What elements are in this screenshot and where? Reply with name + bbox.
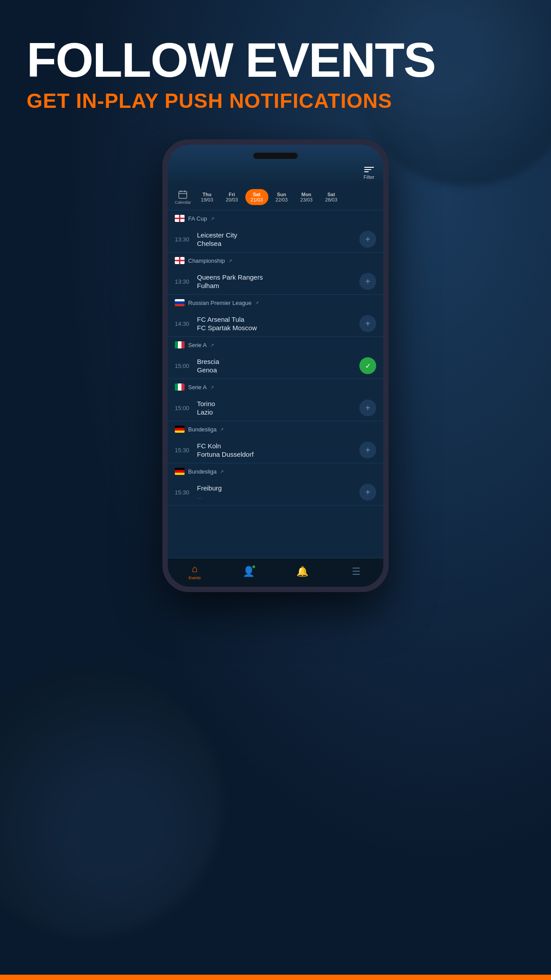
- date-tab-sat21-day: Sat: [253, 192, 260, 197]
- plus-icon-3: +: [365, 319, 370, 328]
- date-tab-thu-date: 19/03: [201, 197, 213, 202]
- follow-button-6[interactable]: +: [359, 442, 376, 458]
- date-tab-thu[interactable]: Thu 19/03: [196, 189, 219, 205]
- phone-speaker: [253, 153, 298, 159]
- follow-button-4-active[interactable]: ✓: [359, 357, 376, 374]
- date-tab-sun-date: 22/03: [276, 197, 288, 202]
- online-status-dot: [252, 565, 256, 569]
- match-row-freiburg: 15:30 Freiburg ... +: [168, 479, 383, 505]
- league-name-championship: Championship: [188, 257, 225, 264]
- match-time-2: 13:30: [175, 278, 192, 285]
- nav-item-menu[interactable]: ☰: [343, 566, 370, 577]
- match-time-3: 14:30: [175, 320, 192, 327]
- team-fc-koln: FC Koln: [197, 442, 354, 450]
- date-tab-sat21-date: 21/03: [251, 197, 263, 202]
- flag-germany-2: [175, 468, 185, 475]
- flag-italy-1: [175, 341, 185, 348]
- league-header-bundesliga-1: Bundesliga ↗: [168, 421, 383, 437]
- match-row-leicester-chelsea: 13:30 Leicester City Chelsea +: [168, 226, 383, 252]
- flag-england-1: [175, 215, 185, 222]
- follow-button-3[interactable]: +: [359, 315, 376, 332]
- team-leicester-city: Leicester City: [197, 231, 354, 239]
- team-fortuna-dusseldorf: Fortuna Dusseldorf: [197, 450, 354, 458]
- team-fc-spartak-moscow: FC Spartak Moscow: [197, 324, 354, 332]
- external-link-icon-6: ↗: [220, 427, 224, 432]
- date-tab-sat-28[interactable]: Sat 28/03: [320, 189, 343, 205]
- follow-button-7[interactable]: +: [359, 484, 376, 501]
- header-section: FOLLOW EVENTS GET IN-PLAY PUSH NOTIFICAT…: [0, 0, 551, 130]
- calendar-button[interactable]: Calendar: [172, 188, 194, 206]
- date-tab-fri-day: Fri: [229, 192, 235, 197]
- external-link-icon-1: ↗: [211, 216, 214, 221]
- league-header-fa-cup: FA Cup ↗: [168, 210, 383, 226]
- team-queens-park-rangers: Queens Park Rangers: [197, 273, 354, 281]
- flag-germany-2-gold: [175, 473, 185, 475]
- match-row-torino-lazio: 15:00 Torino Lazio +: [168, 395, 383, 421]
- app-header: Filter: [168, 145, 383, 184]
- filter-button[interactable]: Filter: [364, 167, 374, 180]
- flag-italy-2: [175, 383, 185, 391]
- match-teams-1: Leicester City Chelsea: [197, 231, 354, 247]
- match-row-arsenal-tula-spartak: 14:30 FC Arsenal Tula FC Spartak Moscow …: [168, 311, 383, 336]
- phone-mockup: Filter Calendar Thu 19/03: [162, 139, 389, 592]
- menu-icon: ☰: [352, 566, 361, 577]
- main-title: FOLLOW EVENTS: [27, 36, 524, 84]
- league-header-bundesliga-2: Bundesliga ↗: [168, 463, 383, 479]
- date-tab-sun[interactable]: Sun 22/03: [270, 189, 293, 205]
- date-tab-thu-day: Thu: [202, 192, 211, 197]
- plus-icon-5: +: [365, 403, 370, 412]
- nav-item-notifications[interactable]: 🔔: [289, 566, 316, 577]
- nav-item-events[interactable]: ⌂ Events: [181, 563, 208, 580]
- filter-icon: [364, 167, 374, 172]
- subtitle: GET IN-PLAY PUSH NOTIFICATIONS: [27, 89, 524, 113]
- flag-germany-1-gold: [175, 431, 185, 433]
- follow-button-2[interactable]: +: [359, 273, 376, 290]
- plus-icon-1: +: [365, 235, 370, 244]
- league-name-serie-a-1: Serie A: [188, 342, 207, 348]
- flag-england-2: [175, 257, 185, 264]
- match-time-5: 15:00: [175, 405, 192, 411]
- match-row-brescia-genoa: 15:00 Brescia Genoa ✓: [168, 353, 383, 379]
- league-header-russian: Russian Premier League ↗: [168, 295, 383, 311]
- flag-italy-green: [175, 341, 178, 348]
- check-icon-4: ✓: [365, 362, 371, 370]
- league-section-championship: Championship ↗ 13:30 Queens Park Rangers…: [168, 253, 383, 295]
- home-icon: ⌂: [192, 563, 197, 575]
- bell-icon: 🔔: [296, 566, 308, 577]
- follow-button-5[interactable]: +: [359, 399, 376, 416]
- follow-button-1[interactable]: +: [359, 231, 376, 248]
- phone-screen: Filter Calendar Thu 19/03: [168, 145, 383, 587]
- match-row-qpr-fulham: 13:30 Queens Park Rangers Fulham +: [168, 269, 383, 294]
- league-name-bundesliga-1: Bundesliga: [188, 426, 216, 433]
- date-tab-fri-date: 20/03: [226, 197, 238, 202]
- external-link-icon-3: ↗: [255, 300, 259, 305]
- match-teams-2: Queens Park Rangers Fulham: [197, 273, 354, 289]
- bottom-navigation: ⌂ Events 👤 🔔 ☰: [168, 558, 383, 587]
- calendar-label: Calendar: [175, 200, 191, 205]
- external-link-icon-7: ↗: [220, 469, 224, 474]
- team-freiburg: Freiburg: [197, 484, 354, 492]
- league-header-serie-a-1: Serie A ↗: [168, 337, 383, 353]
- league-section-bundesliga-2: Bundesliga ↗ 15:30 Freiburg ... +: [168, 463, 383, 506]
- match-teams-5: Torino Lazio: [197, 400, 354, 416]
- match-teams-3: FC Arsenal Tula FC Spartak Moscow: [197, 316, 354, 332]
- flag-italy-2-red: [181, 383, 185, 391]
- flag-russia-stripe-bot: [175, 304, 185, 306]
- team-fc-arsenal-tula: FC Arsenal Tula: [197, 316, 354, 323]
- nav-item-profile[interactable]: 👤: [235, 566, 262, 577]
- flag-italy-2-green: [175, 383, 178, 391]
- date-tab-sat-21[interactable]: Sat 21/03: [245, 189, 268, 205]
- date-tab-fri[interactable]: Fri 20/03: [220, 189, 244, 205]
- plus-icon-6: +: [365, 446, 370, 454]
- date-tab-mon[interactable]: Mon 23/03: [295, 189, 318, 205]
- flag-italy-red: [181, 341, 185, 348]
- filter-line-3: [364, 171, 369, 172]
- plus-icon-2: +: [365, 277, 370, 286]
- match-time-6: 15:30: [175, 447, 192, 454]
- date-tab-mon-day: Mon: [301, 192, 311, 197]
- filter-label: Filter: [364, 174, 374, 180]
- league-name-fa-cup: FA Cup: [188, 215, 207, 222]
- svg-rect-0: [179, 191, 187, 198]
- league-section-serie-a-1: Serie A ↗ 15:00 Brescia Genoa ✓: [168, 337, 383, 379]
- phone-container: Filter Calendar Thu 19/03: [0, 139, 551, 592]
